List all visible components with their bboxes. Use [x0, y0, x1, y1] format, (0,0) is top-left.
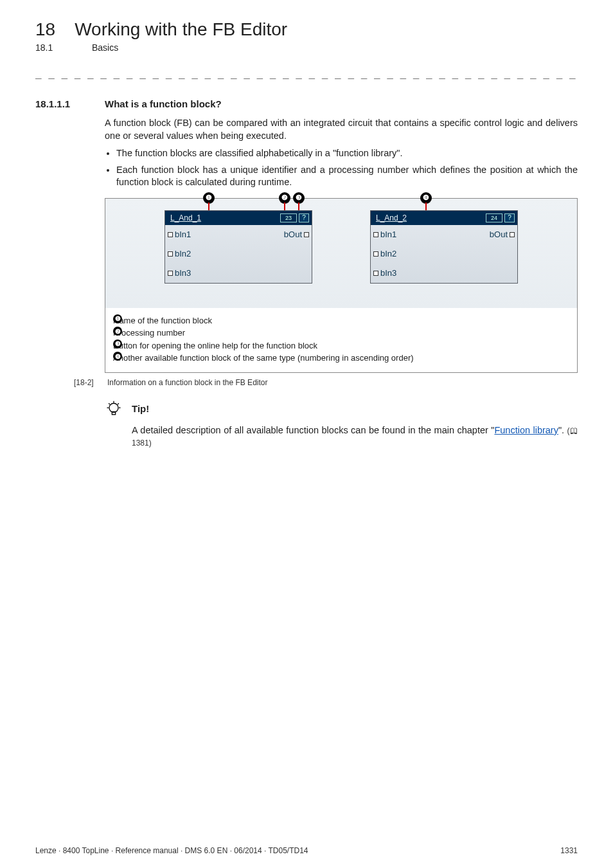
- legend-text: Processing number: [113, 327, 185, 339]
- fb-input-port[interactable]: bIn1: [373, 230, 396, 239]
- footer-left: Lenze · 8400 TopLine · Reference manual …: [35, 846, 308, 855]
- function-block-1-wrap: ❶ ❷ ❸ L_And_1 23 ? bIn1 bOut: [164, 210, 312, 284]
- fb-name-label: L_And_2: [373, 213, 486, 222]
- callout-stem: [284, 203, 285, 210]
- callout-stem: [298, 203, 299, 210]
- tip-text-suffix: ".: [558, 425, 564, 435]
- port-icon: [510, 232, 515, 237]
- chapter-title: Working with the FB Editor: [75, 19, 287, 40]
- fb-input-port[interactable]: bIn2: [168, 249, 191, 258]
- figure-number: [18-2]: [74, 378, 100, 387]
- svg-rect-1: [112, 411, 115, 414]
- fb-name-label: L_And_1: [168, 213, 280, 222]
- svg-line-6: [118, 403, 119, 404]
- legend-text: Another available function block of the …: [113, 352, 414, 365]
- port-icon: [168, 232, 173, 237]
- subsection-number: 18.1.1.1: [35, 98, 87, 109]
- fb-titlebar: L_And_2 24 ?: [371, 211, 517, 225]
- port-icon: [168, 271, 173, 276]
- fb-titlebar: L_And_1 23 ?: [165, 211, 312, 225]
- fb-input-port[interactable]: bIn3: [373, 268, 396, 278]
- legend-text: Name of the function block: [113, 314, 212, 327]
- chapter-number: 18: [35, 19, 55, 40]
- callout-stem: [208, 203, 209, 210]
- callout-badge-icon: ❶: [113, 314, 122, 323]
- lightbulb-icon: [105, 400, 123, 418]
- callout-badge-icon: ❸: [113, 339, 122, 348]
- figure-caption: Information on a function block in the F…: [107, 378, 267, 387]
- port-label: bIn1: [380, 230, 396, 239]
- paragraph: A function block (FB) can be compared wi…: [105, 117, 578, 142]
- svg-line-5: [109, 403, 110, 404]
- port-label: bIn2: [175, 249, 191, 258]
- port-label: bIn1: [175, 230, 191, 239]
- function-block-1[interactable]: L_And_1 23 ? bIn1 bOut bIn2 bIn3: [164, 210, 312, 284]
- function-block-2[interactable]: L_And_2 24 ? bIn1 bOut bIn2 bIn3: [370, 210, 518, 284]
- function-library-link[interactable]: Function library: [494, 425, 558, 435]
- divider: _ _ _ _ _ _ _ _ _ _ _ _ _ _ _ _ _ _ _ _ …: [35, 67, 578, 79]
- page-ref-number: 1381: [132, 439, 149, 448]
- tip-text-prefix: A detailed description of all available …: [132, 425, 494, 435]
- book-icon: 🕮: [570, 426, 578, 435]
- bullet-item: Each function block has a unique identif…: [116, 164, 578, 189]
- port-label: bIn3: [175, 268, 191, 278]
- section-number: 18.1: [35, 42, 61, 53]
- port-icon: [304, 232, 309, 237]
- port-label: bIn2: [380, 249, 396, 258]
- port-icon: [373, 232, 378, 237]
- callout-stem: [425, 203, 427, 210]
- function-block-2-wrap: ❹ L_And_2 24 ? bIn1 bOut bIn2: [370, 210, 518, 284]
- fb-processing-number: 24: [486, 213, 502, 222]
- subsection-title: What is a function block?: [105, 98, 222, 109]
- fb-input-port[interactable]: bIn2: [373, 249, 396, 258]
- help-button[interactable]: ?: [504, 213, 515, 222]
- page-number: 1331: [560, 846, 578, 855]
- tip-title: Tip!: [132, 403, 149, 414]
- figure-canvas: ❶ ❷ ❸ L_And_1 23 ? bIn1 bOut: [105, 199, 577, 308]
- figure-container: ❶ ❷ ❸ L_And_1 23 ? bIn1 bOut: [105, 198, 578, 373]
- fb-input-port[interactable]: bIn1: [168, 230, 191, 239]
- section-title: Basics: [92, 42, 118, 53]
- fb-processing-number: 23: [280, 213, 297, 222]
- fb-output-port[interactable]: bOut: [284, 230, 309, 239]
- port-label: bOut: [284, 230, 302, 239]
- svg-point-0: [109, 403, 118, 412]
- port-icon: [373, 271, 378, 276]
- fb-input-port[interactable]: bIn3: [168, 268, 191, 278]
- figure-legend: ❶Name of the function block ❷Processing …: [105, 308, 577, 372]
- port-icon: [168, 251, 173, 257]
- port-label: bIn3: [380, 268, 396, 278]
- legend-text: Button for opening the online help for t…: [113, 339, 317, 352]
- port-label: bOut: [490, 230, 508, 239]
- port-icon: [373, 251, 378, 257]
- help-button[interactable]: ?: [299, 213, 309, 222]
- fb-output-port[interactable]: bOut: [490, 230, 515, 239]
- bullet-item: The function blocks are classified alpha…: [116, 147, 578, 160]
